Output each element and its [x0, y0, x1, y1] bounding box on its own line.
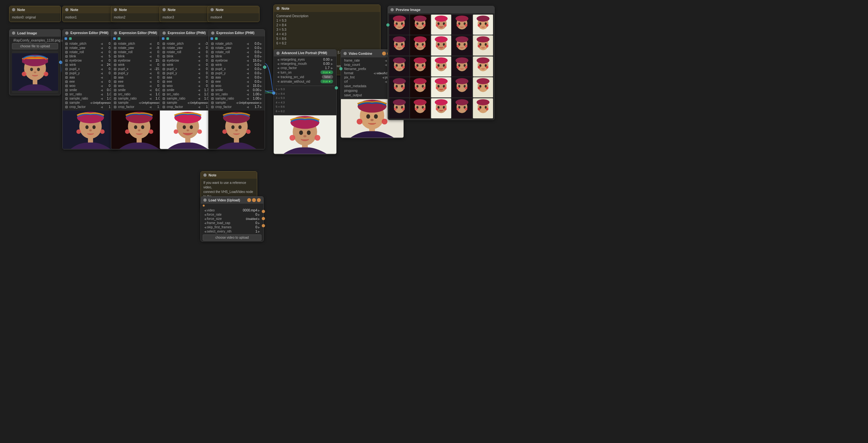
svg-point-157: [456, 57, 469, 64]
p-wk: wink◀0.0▶: [210, 63, 264, 67]
conn-orange-1: [203, 204, 205, 207]
load-image-title: Load Image: [17, 31, 37, 35]
svg-point-188: [436, 87, 438, 89]
load-image-body: iRapComfy_examples_1130.png ▶ choose fil…: [9, 37, 61, 95]
note-dot: [12, 8, 15, 11]
p-aa: aaa◀0.0▶: [210, 75, 264, 80]
p-re: ◀ retargeting_eyes 0.00 ▶: [276, 57, 334, 62]
choose-file-button[interactable]: choose file to upload: [12, 43, 58, 49]
note-title: Note: [17, 8, 25, 12]
note-title: Note: [282, 6, 289, 10]
output-connector: [59, 61, 62, 64]
preview-cell: [452, 14, 472, 35]
svg-point-234: [476, 99, 490, 105]
toggle-tracking[interactable]: false: [322, 75, 333, 79]
svg-point-182: [423, 87, 426, 89]
note-title: Note: [216, 8, 223, 12]
p-py: pupil_y◀0.0▶: [113, 71, 166, 75]
svg-point-153: [436, 66, 438, 68]
svg-point-119: [444, 45, 446, 48]
svg-point-13: [85, 125, 89, 129]
svg-point-4: [30, 68, 33, 71]
expr3-title: Expression Editor (PHM): [168, 31, 206, 35]
param-wink: wink◀24.0▶: [64, 63, 117, 67]
p-to: ◀ turn_on true ●: [276, 70, 334, 74]
param-sample: sample◀OnlyExpression▶: [64, 100, 117, 105]
p-samp: sample◀OnlyExpression▶: [210, 100, 264, 105]
svg-point-115: [435, 37, 447, 43]
p-bl: blink◀0.0▶: [161, 54, 215, 58]
note-motion2-content: motion2: [111, 13, 162, 22]
note-dot: [65, 8, 68, 11]
p-force-size[interactable]: ◀ force_size Disabled ▶: [203, 217, 261, 221]
expr2-image-preview: [111, 110, 167, 149]
p-awv: ◀ animate_without_vid true ●: [276, 79, 334, 84]
lv-title: Load Video (Upload): [209, 198, 240, 202]
svg-point-41: [239, 125, 242, 129]
svg-point-161: [465, 66, 467, 68]
preview-cell: [410, 35, 430, 56]
svg-point-122: [456, 37, 469, 43]
svg-point-18: [100, 129, 105, 134]
alp-title: Advanced Live Portrait (PHM): [282, 51, 327, 55]
right-output-connector: [335, 86, 338, 90]
svg-point-227: [456, 99, 469, 105]
p-sr: src_ratio◀1.00▶: [210, 92, 264, 96]
note-dot: [114, 8, 117, 11]
out-conn-1: [262, 210, 265, 213]
conn-green: [118, 37, 120, 40]
p-samr: sample_ratio◀1.00▶: [210, 96, 264, 100]
preview-cell: [410, 14, 430, 35]
alp-body: ◀ retargeting_eyes 0.00 ▶ ◀ retargeting_…: [274, 57, 336, 115]
svg-point-112: [423, 45, 426, 48]
svg-point-189: [444, 87, 446, 89]
alp-note-lines: 1 = 5:32 = 8:43 = 5:34 = 4:35 = 8:66 = 6…: [276, 86, 334, 114]
note-motion1: Note motion1: [62, 6, 114, 22]
svg-point-23: [141, 125, 144, 129]
note-motion4-header: Note: [208, 6, 259, 13]
toggle-turn-on[interactable]: true ●: [320, 70, 333, 74]
toggle-animate[interactable]: true ●: [320, 80, 333, 83]
p-ee: eee◀0.0▶: [210, 80, 264, 84]
p-cf: crop_factor◀1.7▶: [113, 105, 166, 109]
svg-point-171: [393, 78, 406, 84]
svg-point-126: [465, 45, 467, 48]
p-ry: rotate_yaw◀0.0▶: [210, 46, 264, 50]
node-dot: [391, 8, 394, 11]
p-video[interactable]: ◀ video 0000.mp4 ▶: [203, 208, 261, 213]
svg-point-26: [125, 129, 130, 134]
expr1-image-preview: [63, 110, 119, 149]
svg-point-105: [402, 45, 405, 48]
choose-video-button[interactable]: choose video to upload: [203, 234, 261, 241]
p-force-rate[interactable]: ◀ force_rate 0 ▶: [203, 213, 261, 217]
p-rp: rotate_pitch◀0.0▶: [113, 41, 166, 46]
svg-point-62: [356, 119, 362, 125]
svg-point-220: [435, 99, 447, 105]
p-samp: sample◀OnlyExpression▶: [161, 100, 215, 105]
svg-point-209: [394, 108, 397, 110]
svg-point-98: [486, 24, 488, 27]
preview-cell: [410, 98, 430, 118]
svg-point-45: [246, 129, 251, 134]
svg-point-174: [394, 87, 397, 89]
svg-point-94: [476, 15, 490, 22]
svg-rect-34: [185, 138, 190, 143]
p-samr: sample_ratio◀1.00▶: [113, 96, 166, 100]
p-frame-load-cap[interactable]: ◀ frame_load_cap 0 ▶: [203, 221, 261, 225]
p-rp: rotate_pitch◀0.0▶: [210, 41, 264, 46]
conn-blue: [65, 37, 67, 40]
note-title: Note: [119, 8, 127, 12]
expr3-header: Expression Editor (PHM): [160, 30, 216, 36]
svg-rect-43: [234, 138, 239, 143]
preview-cell: [389, 35, 409, 56]
p-select-nth[interactable]: ◀ select_every_nth 1 ▶: [203, 229, 261, 233]
svg-point-230: [457, 108, 459, 110]
expr4-header: Expression Editor (PHM): [209, 30, 265, 36]
param-woo: woo◀0.0▶: [64, 84, 117, 88]
load-image-header: Load Image: [9, 30, 61, 37]
p-skip-frames[interactable]: ◀ skip_first_frames 0 ▶: [203, 225, 261, 229]
note-motion3-header: Note: [160, 6, 211, 13]
p-ry: rotate_yaw◀0.0▶: [161, 46, 215, 50]
note-dot: [211, 8, 214, 11]
svg-point-76: [415, 24, 417, 27]
